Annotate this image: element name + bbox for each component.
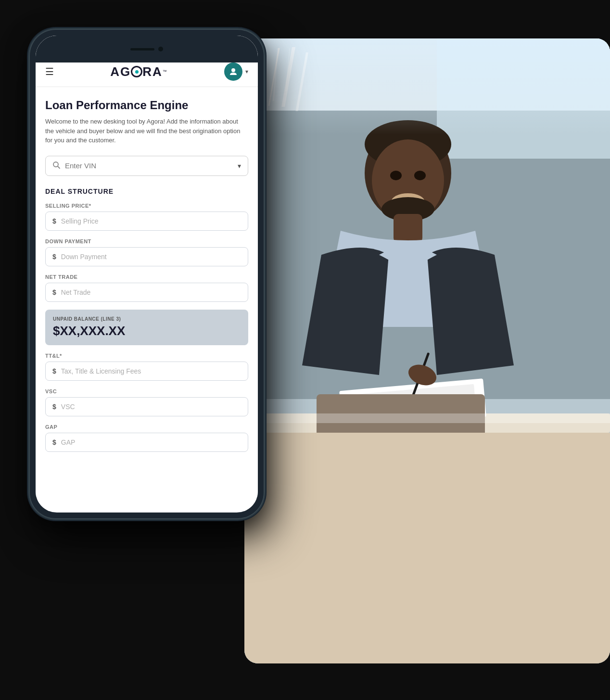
speaker: [130, 48, 154, 50]
net-trade-label: NET TRADE: [45, 274, 248, 280]
selling-price-group: SELLING PRICE $ Selling Price: [45, 203, 248, 231]
gap-placeholder: GAP: [61, 438, 76, 446]
vsc-placeholder: VSC: [61, 403, 75, 411]
svg-point-31: [231, 68, 235, 72]
svg-rect-4: [285, 48, 290, 91]
gap-group: GAP $ GAP: [45, 424, 248, 452]
svg-rect-15: [394, 214, 422, 243]
vin-dropdown-icon[interactable]: ▾: [238, 162, 241, 170]
vsc-input[interactable]: $ VSC: [45, 397, 248, 416]
ttl-group: TT&L $ Tax, Title & Licensing Fees: [45, 353, 248, 381]
front-camera: [158, 47, 163, 51]
content-area[interactable]: Loan Performance Engine Welcome to the n…: [36, 87, 258, 511]
deal-structure-section: DEAL STRUCTURE SELLING PRICE $ Selling P…: [45, 188, 248, 452]
phone-screen: 9:41: [36, 36, 258, 512]
selling-price-input[interactable]: $ Selling Price: [45, 212, 248, 231]
svg-rect-3: [273, 48, 279, 101]
down-payment-label: DOWN PAYMENT: [45, 238, 248, 244]
gap-input[interactable]: $ GAP: [45, 433, 248, 452]
deal-structure-title: DEAL STRUCTURE: [45, 188, 248, 195]
unpaid-balance-label: UNPAID BALANCE (LINE 3): [53, 316, 241, 322]
ttl-placeholder: Tax, Title & Licensing Fees: [61, 367, 141, 375]
vsc-label: VSC: [45, 388, 248, 394]
svg-point-12: [390, 171, 402, 180]
svg-rect-23: [244, 413, 610, 423]
svg-rect-6: [437, 38, 610, 159]
logo-o: [131, 66, 142, 77]
scene: 9:41: [0, 0, 610, 700]
unpaid-balance-value: $XX,XXX.XX: [53, 324, 241, 338]
user-icon: [229, 67, 238, 76]
svg-point-13: [414, 171, 426, 180]
vin-input[interactable]: [65, 162, 238, 170]
ttl-dollar-icon: $: [52, 367, 56, 375]
selling-price-label: SELLING PRICE: [45, 203, 248, 209]
background-photo: [244, 38, 610, 663]
user-chevron-icon: ▾: [245, 68, 248, 75]
vsc-group: VSC $ VSC: [45, 388, 248, 416]
photo-person: [244, 38, 610, 663]
selling-price-placeholder: Selling Price: [61, 217, 99, 225]
selling-price-dollar-icon: $: [52, 217, 56, 225]
page-title: Loan Performance Engine: [45, 99, 248, 112]
gap-dollar-icon: $: [52, 438, 56, 446]
user-avatar-button[interactable]: [224, 62, 242, 81]
net-trade-placeholder: Net Trade: [61, 288, 90, 296]
svg-rect-1: [244, 38, 610, 125]
down-payment-group: DOWN PAYMENT $ Down Payment: [45, 238, 248, 266]
phone-top-bar: [36, 36, 258, 62]
down-payment-input[interactable]: $ Down Payment: [45, 247, 248, 266]
page-subtitle: Welcome to the new desking tool by Agora…: [45, 117, 248, 145]
net-trade-group: NET TRADE $ Net Trade: [45, 274, 248, 302]
ttl-label: TT&L: [45, 353, 248, 359]
phone-notch: [115, 42, 178, 56]
svg-line-33: [58, 166, 60, 168]
phone-device: 9:41: [29, 29, 265, 519]
down-payment-dollar-icon: $: [52, 253, 56, 261]
hamburger-menu-icon[interactable]: ☰: [45, 66, 54, 77]
logo-o-dot: [135, 70, 139, 74]
vin-search-icon: [52, 161, 60, 171]
ttl-input[interactable]: $ Tax, Title & Licensing Fees: [45, 362, 248, 381]
vin-search-container[interactable]: ▾: [45, 156, 248, 176]
gap-label: GAP: [45, 424, 248, 430]
unpaid-balance-section: UNPAID BALANCE (LINE 3) $XX,XXX.XX: [45, 310, 248, 345]
vsc-dollar-icon: $: [52, 403, 56, 411]
net-trade-dollar-icon: $: [52, 288, 56, 296]
logo: AG RA™: [110, 64, 168, 79]
trademark: ™: [163, 69, 168, 74]
svg-rect-22: [244, 433, 610, 663]
net-trade-input[interactable]: $ Net Trade: [45, 283, 248, 302]
logo-text: AG RA™: [110, 64, 168, 79]
logo-o-ring: [131, 66, 142, 77]
down-payment-placeholder: Down Payment: [61, 253, 107, 261]
